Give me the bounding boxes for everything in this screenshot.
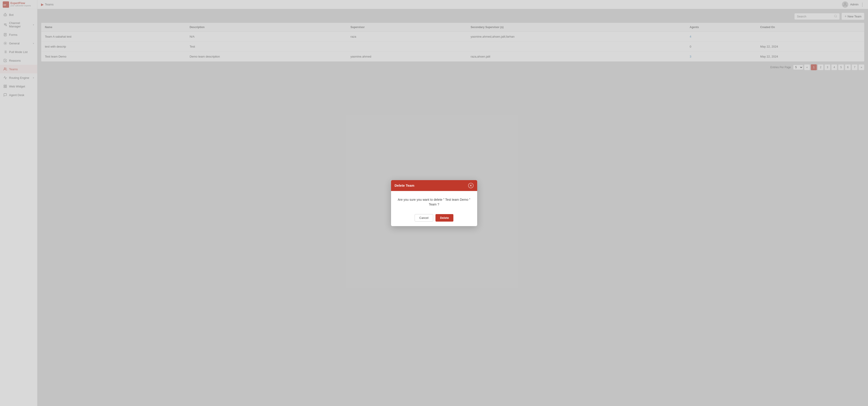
cancel-button[interactable]: Cancel [414, 214, 433, 222]
modal-overlay: Delete Team ✕ Are you sure you want to d… [0, 0, 868, 406]
delete-team-modal: Delete Team ✕ Are you sure you want to d… [391, 180, 477, 226]
modal-title: Delete Team [395, 183, 414, 188]
modal-footer: Cancel Delete [391, 211, 477, 226]
modal-header: Delete Team ✕ [391, 180, 477, 191]
modal-body: Are you sure you want to delete " Test t… [391, 191, 477, 211]
modal-message: Are you sure you want to delete " Test t… [396, 197, 473, 207]
delete-button[interactable]: Delete [435, 214, 454, 222]
modal-close-button[interactable]: ✕ [468, 183, 473, 188]
